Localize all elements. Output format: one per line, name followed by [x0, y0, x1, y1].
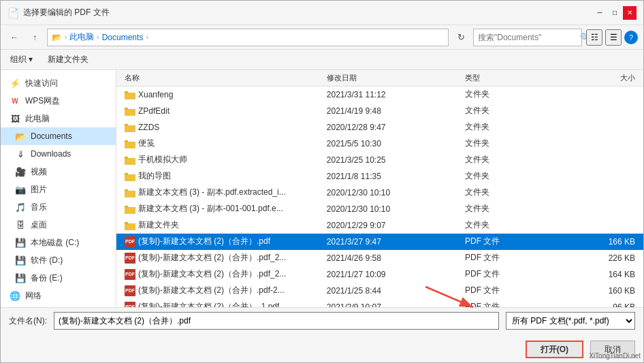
open-button[interactable]: 打开(O): [526, 341, 583, 358]
sidebar-item-wps[interactable]: W WPS网盘: [1, 92, 116, 110]
disk-c-icon: 💾: [14, 236, 27, 249]
sidebar-item-music[interactable]: 🎵 音乐: [1, 198, 116, 216]
breadcrumb-documents[interactable]: Documents: [102, 33, 144, 42]
file-name: (复制)-新建文本文档 (2)（合并）_1.pdf: [138, 301, 279, 307]
file-type: 文件夹: [460, 89, 566, 100]
file-type: 文件夹: [460, 154, 566, 165]
pc-icon: 🖼: [9, 112, 21, 125]
search-box: 🔍: [473, 29, 582, 46]
folder-icon: [125, 204, 135, 214]
folder-icon: [125, 155, 135, 165]
file-date: 2021/3/27 9:47: [321, 237, 460, 247]
filetype-select[interactable]: 所有 PDF 文档(*.pdf, *.pdf): [506, 312, 635, 330]
file-date: 2021/1/25 8:44: [321, 286, 460, 296]
new-folder-button[interactable]: 新建文件夹: [44, 52, 93, 67]
svg-rect-11: [125, 125, 135, 132]
sidebar-item-desktop[interactable]: 🗄 桌面: [1, 216, 116, 234]
svg-rect-15: [125, 142, 135, 148]
sidebar-item-network[interactable]: 🌐 网络: [1, 287, 116, 304]
downloads-icon: ⇓: [14, 148, 27, 160]
view-toggle-button[interactable]: ☷: [586, 29, 602, 46]
sidebar-item-quickaccess[interactable]: ⚡ 快速访问: [1, 74, 116, 92]
table-row[interactable]: PDF (复制)-新建文本文档 (2)（合并）.pdf-2... 2021/1/…: [116, 283, 643, 299]
sidebar-item-disk-e[interactable]: 💾 备份 (E:): [1, 269, 116, 287]
file-type: PDF 文件: [460, 301, 566, 307]
view-list-button[interactable]: ☰: [605, 29, 622, 46]
documents-icon: 📂: [14, 130, 27, 142]
sidebar-item-disk-c[interactable]: 💾 本地磁盘 (C:): [1, 234, 116, 251]
title-bar: 📄 选择要编辑的 PDF 文件 ─ □ ✕: [1, 1, 643, 25]
help-button[interactable]: ?: [624, 31, 638, 44]
table-row[interactable]: ZZDS 2020/12/28 9:47 文件夹: [116, 119, 643, 136]
back-button[interactable]: ←: [6, 29, 22, 46]
file-date: 2020/12/29 9:07: [321, 221, 460, 230]
table-row[interactable]: 便笺 2021/5/5 10:30 文件夹: [116, 136, 643, 152]
file-date: 2021/1/27 10:09: [321, 270, 460, 279]
menubar: 组织 ▾ 新建文件夹: [1, 50, 643, 70]
file-size: 226 KB: [566, 253, 641, 263]
folder-icon: [125, 90, 135, 99]
toolbar: ← ↑ 📂 › 此电脑 › Documents › ↻ 🔍 ☷ ☰ ?: [1, 25, 643, 50]
watermark: XiTongTianDi.net: [589, 352, 641, 360]
table-row[interactable]: 我的导图 2021/1/8 11:35 文件夹: [116, 168, 643, 185]
file-date: 2021/3/25 10:25: [321, 155, 460, 165]
organize-menu[interactable]: 组织 ▾: [6, 52, 37, 67]
col-header-type[interactable]: 类型: [460, 73, 566, 83]
file-date: 2021/3/31 11:12: [321, 90, 460, 99]
search-input[interactable]: [478, 33, 580, 42]
table-row[interactable]: Xuanfeng 2021/3/31 11:12 文件夹: [116, 86, 643, 103]
sidebar-item-pictures[interactable]: 📷 图片: [1, 180, 116, 198]
file-type: PDF 文件: [460, 252, 566, 264]
bottom-row-1: 文件名(N): 所有 PDF 文档(*.pdf, *.pdf): [9, 312, 635, 330]
sidebar-item-videos[interactable]: 🎥 视频: [1, 163, 116, 180]
maximize-button[interactable]: □: [608, 6, 622, 20]
refresh-button[interactable]: ↻: [453, 29, 469, 46]
file-type: PDF 文件: [460, 285, 566, 296]
file-name: 新建文件夹: [138, 219, 179, 231]
col-header-size[interactable]: 大小: [566, 73, 641, 83]
network-icon: 🌐: [9, 289, 21, 302]
sidebar-item-disk-d[interactable]: 💾 软件 (D:): [1, 251, 116, 269]
table-row[interactable]: PDF (复制)-新建文本文档 (2)（合并）.pdf_2... 2021/1/…: [116, 266, 643, 283]
title-bar-icon: 📄: [7, 7, 19, 18]
file-type: 文件夹: [460, 121, 566, 133]
svg-rect-23: [125, 174, 135, 181]
svg-rect-19: [125, 158, 135, 165]
table-row[interactable]: 新建文件夹 2020/12/29 9:07 文件夹: [116, 217, 643, 234]
table-row[interactable]: PDF (复制)-新建文本文档 (2)（合并）_1.pdf 2021/2/9 1…: [116, 299, 643, 307]
pdf-icon: PDF: [125, 253, 135, 264]
file-type: 文件夹: [460, 187, 566, 198]
col-header-date[interactable]: 修改日期: [321, 73, 460, 83]
wps-icon: W: [9, 95, 21, 107]
content: ⚡ 快速访问 W WPS网盘 🖼 此电脑 📂 Documents ⇓ Downl…: [1, 70, 643, 307]
svg-rect-7: [125, 109, 135, 116]
sidebar-item-downloads[interactable]: ⇓ Downloads: [1, 145, 116, 163]
table-row[interactable]: 新建文本文档 (3) - 副本-001-001.pdf.e... 2020/12…: [116, 201, 643, 217]
sidebar-item-thispc[interactable]: 🖼 此电脑: [1, 110, 116, 127]
minimize-button[interactable]: ─: [593, 6, 607, 20]
svg-rect-27: [125, 191, 135, 198]
table-row[interactable]: 新建文本文档 (3) - 副本.pdf.extracted_i... 2020/…: [116, 185, 643, 201]
table-row[interactable]: 手机模拟大师 2021/3/25 10:25 文件夹: [116, 152, 643, 168]
pdf-icon: PDF: [125, 285, 135, 296]
file-name: 新建文本文档 (3) - 副本.pdf.extracted_i...: [138, 187, 286, 198]
table-row[interactable]: PDF (复制)-新建文本文档 (2)（合并）.pdf 2021/3/27 9:…: [116, 234, 643, 250]
title-bar-controls: ─ □ ✕: [593, 6, 637, 20]
file-name: 新建文本文档 (3) - 副本-001-001.pdf.e...: [138, 203, 283, 215]
col-header-name[interactable]: 名称: [119, 73, 321, 83]
file-type: 文件夹: [460, 170, 566, 182]
file-size: 160 KB: [566, 286, 641, 296]
table-row[interactable]: ZPdfEdit 2021/4/19 9:48 文件夹: [116, 103, 643, 119]
close-button[interactable]: ✕: [623, 6, 637, 20]
disk-d-icon: 💾: [14, 254, 27, 266]
breadcrumb: 📂 › 此电脑 › Documents ›: [47, 29, 449, 46]
file-name: (复制)-新建文本文档 (2)（合并）.pdf-2...: [138, 285, 285, 296]
file-type: 文件夹: [460, 203, 566, 215]
disk-e-icon: 💾: [14, 272, 27, 284]
breadcrumb-this-pc[interactable]: 此电脑: [69, 31, 94, 43]
filename-input[interactable]: [54, 312, 499, 330]
table-row[interactable]: PDF (复制)-新建文本文档 (2)（合并）.pdf_2... 2021/4/…: [116, 250, 643, 266]
quickaccess-icon: ⚡: [9, 77, 21, 89]
up-button[interactable]: ↑: [27, 29, 43, 46]
sidebar-item-documents[interactable]: 📂 Documents: [1, 127, 116, 145]
